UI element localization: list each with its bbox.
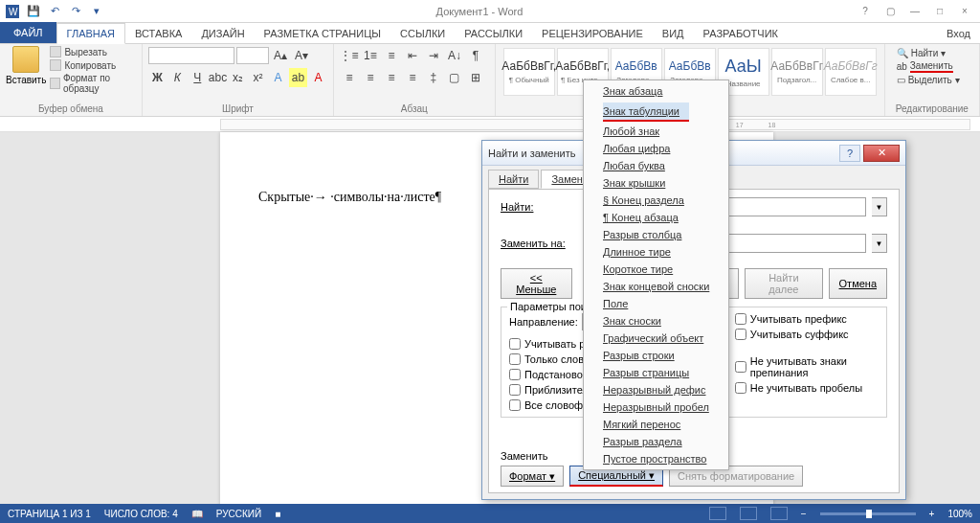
ctx-em-dash[interactable]: Длинное тире <box>584 243 728 261</box>
format-painter-button[interactable]: Формат по образцу <box>50 73 136 94</box>
find-next-button[interactable]: Найти далее <box>745 268 822 299</box>
format-button[interactable]: Формат ▾ <box>501 466 564 487</box>
zoom-value[interactable]: 100% <box>947 509 972 519</box>
style-subtle[interactable]: АаБбВвГгСлабое в... <box>825 48 877 96</box>
review-tab[interactable]: РЕЦЕНЗИРОВАНИЕ <box>532 24 653 43</box>
subscript-button[interactable]: x₂ <box>229 68 247 87</box>
align-center-button[interactable]: ≡ <box>361 68 380 87</box>
ctx-section-end[interactable]: § Конец раздела <box>584 192 728 209</box>
zoom-slider[interactable] <box>820 512 916 515</box>
find-button[interactable]: 🔍 Найти ▾ <box>897 48 968 58</box>
help-icon[interactable]: ? <box>854 3 877 20</box>
suffix-checkbox[interactable]: Учитывать суффикс <box>735 329 879 340</box>
ctx-field[interactable]: Поле <box>584 295 728 312</box>
ctx-any-char[interactable]: Любой знак <box>584 123 728 140</box>
select-button[interactable]: ▭ Выделить ▾ <box>897 75 968 85</box>
shading-button[interactable]: ▢ <box>445 68 464 87</box>
text-effects-button[interactable]: A <box>269 68 287 87</box>
paste-button[interactable]: Вставить <box>6 46 46 94</box>
ignore-punct-checkbox[interactable]: Не учитывать знаки препинания <box>735 355 879 378</box>
ctx-section-break[interactable]: Разрыв раздела <box>584 433 728 450</box>
ctx-graphic[interactable]: Графический объект <box>584 330 728 347</box>
bold-button[interactable]: Ж <box>148 68 167 87</box>
numbering-button[interactable]: 1≡ <box>361 46 380 65</box>
ctx-tab-character[interactable]: Знак табуляции <box>603 102 689 122</box>
view-print-icon[interactable] <box>740 507 757 520</box>
home-tab[interactable]: ГЛАВНАЯ <box>56 23 125 44</box>
borders-button[interactable]: ⊞ <box>466 68 485 87</box>
font-size-select[interactable] <box>236 47 269 64</box>
ctx-paragraph-mark[interactable]: Знак абзаца <box>584 82 728 100</box>
dialog-help-icon[interactable]: ? <box>839 145 860 162</box>
ctx-nonbreak-space[interactable]: Неразрывный пробел <box>584 398 728 416</box>
insert-tab[interactable]: ВСТАВКА <box>125 24 191 43</box>
status-proofing-icon[interactable]: 📖 <box>191 509 203 519</box>
ctx-any-letter[interactable]: Любая буква <box>584 157 728 174</box>
highlight-button[interactable]: ab <box>289 68 307 87</box>
less-button[interactable]: << Меньше <box>501 268 572 299</box>
style-subtitle[interactable]: АаБбВвГгПодзагол... <box>771 48 823 96</box>
replace-dropdown-icon[interactable]: ▼ <box>872 234 887 253</box>
style-normal[interactable]: АаБбВвГг,¶ Обычный <box>503 48 555 96</box>
redo-icon[interactable]: ↷ <box>67 3 84 20</box>
undo-icon[interactable]: ↶ <box>46 3 63 20</box>
cancel-button[interactable]: Отмена <box>829 268 887 299</box>
copy-button[interactable]: Копировать <box>50 59 136 71</box>
minimize-icon[interactable]: — <box>903 3 926 20</box>
close-icon[interactable]: × <box>953 3 976 20</box>
developer-tab[interactable]: РАЗРАБОТЧИК <box>694 24 788 43</box>
zoom-thumb[interactable] <box>866 510 872 518</box>
view-web-icon[interactable] <box>770 507 788 520</box>
font-color-button[interactable]: A <box>309 68 327 87</box>
ignore-spaces-checkbox[interactable]: Не учитывать пробелы <box>735 382 879 394</box>
save-icon[interactable]: 💾 <box>25 3 42 20</box>
sort-button[interactable]: A↓ <box>445 46 464 65</box>
status-page[interactable]: СТРАНИЦА 1 ИЗ 1 <box>8 509 91 519</box>
ctx-paragraph-end[interactable]: ¶ Конец абзаца <box>584 209 728 226</box>
shrink-font-icon[interactable]: A▾ <box>292 46 311 65</box>
maximize-icon[interactable]: □ <box>928 3 951 20</box>
superscript-button[interactable]: x² <box>249 68 267 87</box>
increase-indent-button[interactable]: ⇥ <box>424 46 443 65</box>
strikethrough-button[interactable]: abc <box>209 68 227 87</box>
references-tab[interactable]: ССЫЛКИ <box>390 24 455 43</box>
zoom-in-icon[interactable]: + <box>929 509 935 519</box>
align-right-button[interactable]: ≡ <box>382 68 401 87</box>
ctx-line-break[interactable]: Разрыв строки <box>584 347 728 364</box>
cut-button[interactable]: Вырезать <box>50 46 136 57</box>
sign-in-link[interactable]: Вход <box>937 24 980 43</box>
justify-button[interactable]: ≡ <box>403 68 422 87</box>
ctx-footnote-mark[interactable]: Знак сноски <box>584 312 728 330</box>
line-spacing-button[interactable]: ‡ <box>424 68 443 87</box>
layout-tab[interactable]: РАЗМЕТКА СТРАНИЦЫ <box>255 24 390 43</box>
view-read-icon[interactable] <box>709 507 726 520</box>
decrease-indent-button[interactable]: ⇤ <box>403 46 422 65</box>
status-words[interactable]: ЧИСЛО СЛОВ: 4 <box>104 509 178 519</box>
ctx-column-break[interactable]: Разрыв столбца <box>584 226 728 243</box>
status-macro-icon[interactable]: ■ <box>275 509 280 519</box>
ctx-endnote-mark[interactable]: Знак концевой сноски <box>584 278 728 295</box>
find-dropdown-icon[interactable]: ▼ <box>872 197 887 216</box>
ctx-en-dash[interactable]: Короткое тире <box>584 261 728 278</box>
show-marks-button[interactable]: ¶ <box>466 46 485 65</box>
zoom-out-icon[interactable]: − <box>801 509 807 519</box>
ribbon-options-icon[interactable]: ▢ <box>879 3 902 20</box>
bullets-button[interactable]: ⋮≡ <box>340 46 359 65</box>
dialog-tab-find[interactable]: Найти <box>488 170 539 189</box>
font-family-select[interactable] <box>148 47 234 64</box>
multilevel-button[interactable]: ≡ <box>382 46 401 65</box>
file-tab[interactable]: ФАЙЛ <box>0 22 56 43</box>
prefix-checkbox[interactable]: Учитывать префикс <box>735 313 879 325</box>
design-tab[interactable]: ДИЗАЙН <box>191 24 254 43</box>
ctx-nonbreak-hyphen[interactable]: Неразрывный дефис <box>584 381 728 398</box>
dialog-close-icon[interactable]: ✕ <box>863 145 900 162</box>
qat-customize-icon[interactable]: ▾ <box>88 3 105 20</box>
replace-button[interactable]: ab Заменить <box>897 60 968 73</box>
view-tab[interactable]: ВИД <box>653 24 694 43</box>
ctx-optional-hyphen[interactable]: Мягкий перенос <box>584 416 728 433</box>
italic-button[interactable]: К <box>168 68 187 87</box>
grow-font-icon[interactable]: A▴ <box>271 46 290 65</box>
ctx-page-break[interactable]: Разрыв страницы <box>584 364 728 381</box>
status-language[interactable]: РУССКИЙ <box>216 509 261 519</box>
mailings-tab[interactable]: РАССЫЛКИ <box>455 24 532 43</box>
